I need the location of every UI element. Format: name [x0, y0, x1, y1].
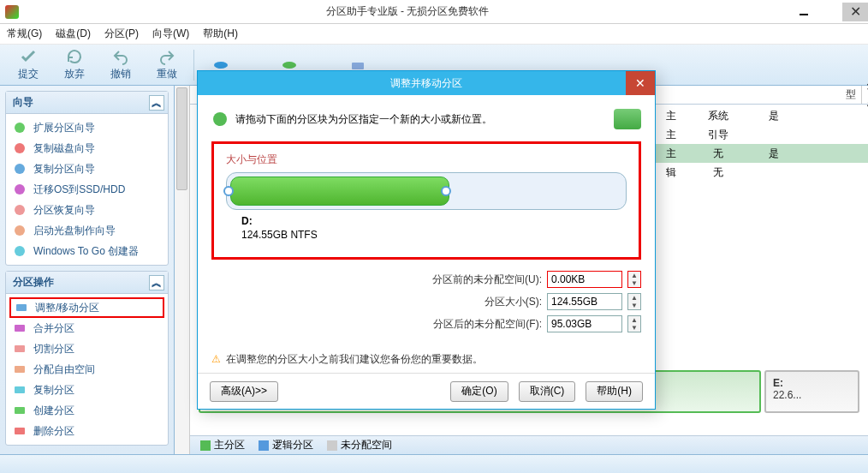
check-icon — [20, 48, 37, 65]
wizard-item-icon — [13, 244, 27, 258]
window-titlebar: 分区助手专业版 - 无损分区免费软件 ✕ — [0, 0, 868, 24]
legend-logical-swatch — [259, 440, 269, 451]
table-row[interactable]: 主无是 — [654, 144, 868, 163]
refresh-icon — [66, 48, 83, 65]
sidebar-item-op-0[interactable]: 调整/移动分区 — [9, 297, 164, 318]
partition-info: D: 124.55GB NTFS — [241, 215, 627, 242]
wizard-item-icon — [13, 121, 27, 135]
op-item-icon — [13, 404, 27, 417]
svg-point-6 — [15, 184, 25, 195]
redo-button[interactable]: 重做 — [144, 46, 190, 84]
ok-button[interactable]: 确定(O) — [450, 381, 508, 402]
table-row[interactable]: 辑无 — [654, 163, 868, 182]
sidebar-item-wizard-2[interactable]: 复制分区向导 — [9, 159, 164, 179]
wizard-item-icon — [13, 141, 27, 155]
legend-free-swatch — [327, 440, 337, 451]
svg-rect-13 — [15, 366, 25, 373]
help-button[interactable]: 帮助(H) — [586, 381, 643, 402]
menu-disk[interactable]: 磁盘(D) — [56, 27, 91, 41]
svg-rect-15 — [15, 407, 25, 414]
svg-point-9 — [15, 246, 25, 256]
spinner-after[interactable]: ▲▼ — [627, 315, 641, 332]
collapse-icon[interactable]: ︽ — [149, 95, 164, 111]
legend-primary-swatch — [200, 440, 211, 451]
menu-wizard[interactable]: 向导(W) — [152, 27, 189, 41]
partition-slider[interactable] — [226, 172, 627, 210]
sidebar-item-wizard-0[interactable]: 扩展分区向导 — [9, 117, 164, 138]
partition-graphic-icon — [614, 109, 641, 129]
scrollbar-thumb[interactable] — [176, 87, 187, 190]
legend-logical: 逻辑分区 — [259, 438, 313, 452]
partition-fill — [230, 177, 449, 206]
table-row[interactable]: 主系统是 — [654, 106, 868, 125]
highlight-box: 大小与位置 D: 124.55GB NTFS — [211, 141, 641, 260]
legend: 主分区 逻辑分区 未分配空间 — [190, 435, 868, 454]
slider-handle-left[interactable] — [223, 186, 234, 196]
sidebar-item-op-3[interactable]: 分配自由空间 — [9, 359, 164, 380]
left-scrollbar[interactable] — [175, 86, 190, 454]
spinner-before[interactable]: ▲▼ — [627, 271, 641, 288]
spinner-size[interactable]: ▲▼ — [627, 293, 641, 310]
maximize-button[interactable] — [817, 3, 842, 21]
sidebar-item-wizard-3[interactable]: 迁移OS到SSD/HDD — [9, 179, 164, 200]
menu-general[interactable]: 常规(G) — [7, 27, 42, 41]
slider-handle-right[interactable] — [441, 186, 451, 196]
status-bar — [0, 454, 868, 473]
legend-primary: 主分区 — [200, 438, 245, 452]
minimize-button[interactable] — [791, 3, 817, 21]
op-item-icon — [13, 321, 27, 335]
groupbox-label: 大小与位置 — [226, 153, 627, 167]
sidebar-item-wizard-1[interactable]: 复制磁盘向导 — [9, 138, 164, 159]
svg-rect-10 — [16, 304, 27, 311]
ops-panel: 分区操作 ︽ 调整/移动分区合并分区切割分区分配自由空间复制分区创建分区删除分区 — [5, 271, 169, 446]
close-button[interactable]: ✕ — [842, 3, 868, 21]
op-item-icon — [13, 383, 27, 397]
op-item-icon — [13, 342, 27, 356]
input-space-before[interactable] — [547, 271, 622, 288]
field-before: 分区前的未分配空间(U): ▲▼ — [211, 268, 641, 290]
svg-point-17 — [213, 112, 227, 126]
wizard-panel-header[interactable]: 向导 ︽ — [6, 92, 168, 114]
col-type[interactable]: 型 — [841, 86, 862, 104]
sidebar-item-op-4[interactable]: 复制分区 — [9, 380, 164, 400]
collapse-icon[interactable]: ︽ — [149, 275, 164, 290]
toolbar-separator — [193, 50, 194, 81]
svg-point-8 — [15, 225, 25, 236]
op-item-icon — [13, 424, 27, 438]
svg-rect-2 — [352, 63, 364, 69]
svg-rect-12 — [15, 345, 25, 352]
window-title: 分区助手专业版 - 无损分区免费软件 — [24, 4, 791, 19]
advanced-button[interactable]: 高级(A)>> — [210, 381, 278, 402]
sidebar-item-op-5[interactable]: 创建分区 — [9, 400, 164, 421]
sidebar-item-op-6[interactable]: 删除分区 — [9, 421, 164, 441]
field-size: 分区大小(S): ▲▼ — [211, 290, 641, 313]
input-partition-size[interactable] — [547, 293, 622, 310]
dialog-close-button[interactable]: ✕ — [626, 71, 655, 95]
svg-point-1 — [282, 62, 296, 69]
disk-segment-e[interactable]: E: 22.6... — [764, 370, 859, 413]
input-space-after[interactable] — [547, 315, 622, 332]
size-fields: 分区前的未分配空间(U): ▲▼ 分区大小(S): ▲▼ 分区后的未分配空间(F… — [211, 268, 641, 335]
wizard-item-icon — [13, 203, 27, 217]
commit-button[interactable]: 提交 — [5, 46, 51, 84]
svg-rect-16 — [15, 428, 25, 434]
sidebar-item-op-1[interactable]: 合并分区 — [9, 318, 164, 338]
undo-button[interactable]: 撤销 — [98, 46, 144, 84]
sidebar-item-wizard-5[interactable]: 启动光盘制作向导 — [9, 220, 164, 241]
discard-button[interactable]: 放弃 — [51, 46, 98, 84]
op-item-icon — [15, 301, 28, 314]
undo-icon — [112, 48, 129, 65]
sidebar-item-wizard-6[interactable]: Windows To Go 创建器 — [9, 241, 164, 261]
svg-point-7 — [15, 205, 25, 215]
info-icon — [211, 111, 229, 128]
menu-partition[interactable]: 分区(P) — [104, 27, 139, 41]
wizard-item-icon — [13, 224, 27, 237]
cancel-button[interactable]: 取消(C) — [519, 381, 576, 402]
ops-panel-header[interactable]: 分区操作 ︽ — [6, 272, 168, 294]
sidebar-item-wizard-4[interactable]: 分区恢复向导 — [9, 200, 164, 220]
menu-help[interactable]: 帮助(H) — [203, 27, 238, 41]
table-row[interactable]: 主引导 — [654, 125, 868, 144]
sidebar-item-op-2[interactable]: 切割分区 — [9, 338, 164, 359]
dialog-button-row: 高级(A)>> 确定(O) 取消(C) 帮助(H) — [198, 373, 655, 409]
dialog-titlebar[interactable]: 调整并移动分区 ✕ — [198, 71, 655, 95]
